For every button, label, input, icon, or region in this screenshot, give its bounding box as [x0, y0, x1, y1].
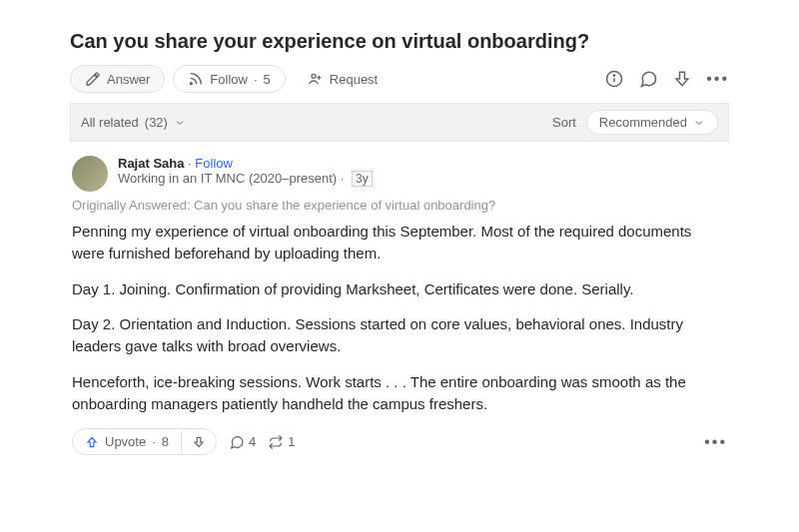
- answer-label: Answer: [107, 72, 150, 87]
- svg-point-1: [312, 74, 316, 78]
- answer-card: Rajat Saha · Follow Working in an IT MNC…: [70, 156, 729, 455]
- answer-time[interactable]: 3y: [352, 171, 373, 187]
- sort-label: Sort: [552, 115, 576, 130]
- comment-count: 4: [249, 434, 256, 449]
- svg-point-4: [614, 75, 615, 76]
- sort-value: Recommended: [599, 115, 687, 130]
- share-count: 1: [288, 434, 295, 449]
- answer-paragraph: Day 1. Joining. Confirmation of providin…: [72, 278, 727, 300]
- answer-paragraph: Penning my experience of virtual onboard…: [72, 221, 727, 265]
- upvote-button[interactable]: Upvote · 8: [73, 429, 181, 454]
- vote-group: Upvote · 8: [72, 428, 217, 455]
- reshare-icon: [268, 434, 284, 450]
- downvote-button[interactable]: [181, 430, 216, 454]
- originally-answered: Originally Answered: Can you share the e…: [72, 198, 727, 213]
- info-icon[interactable]: [604, 69, 624, 89]
- comment-icon: [229, 434, 245, 450]
- upvote-icon: [85, 435, 99, 449]
- author-row: Rajat Saha · Follow Working in an IT MNC…: [72, 156, 727, 192]
- downvote-icon[interactable]: [672, 69, 692, 89]
- all-related-label: All related: [81, 115, 139, 130]
- author-name[interactable]: Rajat Saha: [118, 156, 184, 171]
- upvote-label: Upvote: [105, 434, 146, 449]
- sort-right-group: Sort Recommended: [552, 110, 718, 135]
- sort-bar: All related (32) Sort Recommended: [70, 103, 729, 142]
- follow-label: Follow: [210, 72, 248, 87]
- request-label: Request: [330, 72, 378, 87]
- sort-dropdown[interactable]: Recommended: [586, 110, 718, 135]
- answer-button[interactable]: Answer: [70, 65, 165, 93]
- author-meta: Rajat Saha · Follow Working in an IT MNC…: [118, 156, 373, 187]
- answer-footer: Upvote · 8 4 1 •••: [72, 428, 727, 455]
- request-button[interactable]: Request: [294, 66, 392, 92]
- answer-paragraph: Day 2. Orientation and Induction. Sessio…: [72, 313, 727, 357]
- pencil-icon: [85, 71, 101, 87]
- author-credential: Working in an IT MNC (2020–present): [118, 171, 337, 186]
- rss-icon: [188, 71, 204, 87]
- comment-button[interactable]: 4: [229, 434, 256, 450]
- question-title[interactable]: Can you share your experience on virtual…: [70, 30, 729, 53]
- chevron-down-icon: [693, 117, 705, 129]
- svg-point-0: [191, 83, 193, 85]
- upvote-count: 8: [162, 434, 169, 449]
- question-actions: Answer Follow · 5 Request •••: [70, 65, 729, 93]
- more-icon[interactable]: •••: [706, 70, 729, 88]
- action-left-group: Answer Follow · 5 Request: [70, 65, 392, 93]
- follow-button[interactable]: Follow · 5: [173, 65, 285, 93]
- share-button[interactable]: 1: [268, 434, 295, 450]
- follow-count: 5: [264, 72, 271, 87]
- dot: ·: [152, 434, 156, 449]
- follow-author-link[interactable]: Follow: [195, 156, 233, 171]
- downvote-icon: [192, 435, 206, 449]
- comment-icon[interactable]: [638, 69, 658, 89]
- dot: ·: [341, 171, 348, 186]
- person-plus-icon: [308, 71, 324, 87]
- answer-paragraph: Henceforth, ice-breaking sessions. Work …: [72, 371, 727, 415]
- chevron-down-icon: [174, 117, 186, 129]
- avatar[interactable]: [72, 156, 108, 192]
- footer-left: Upvote · 8 4 1: [72, 428, 296, 455]
- all-related-count: (32): [145, 115, 168, 130]
- action-right-group: •••: [604, 69, 729, 89]
- dot: ·: [254, 72, 258, 87]
- answer-more-icon[interactable]: •••: [704, 433, 727, 451]
- all-related-dropdown[interactable]: All related (32): [81, 115, 186, 130]
